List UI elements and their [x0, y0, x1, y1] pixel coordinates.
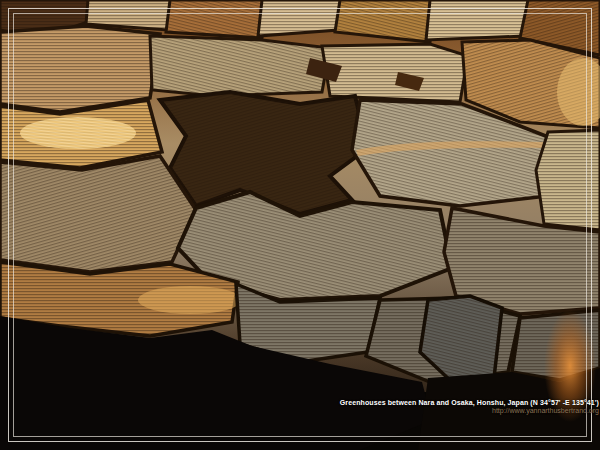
desktop-wallpaper: Greenhouses between Nara and Osaka, Hons… — [0, 0, 600, 450]
photo-caption: Greenhouses between Nara and Osaka, Hons… — [340, 399, 599, 414]
greenhouse-aerial-photo — [0, 0, 600, 450]
caption-credit-url: http://www.yannarthusbertrand.org — [340, 407, 599, 414]
caption-title: Greenhouses between Nara and Osaka, Hons… — [340, 399, 599, 406]
